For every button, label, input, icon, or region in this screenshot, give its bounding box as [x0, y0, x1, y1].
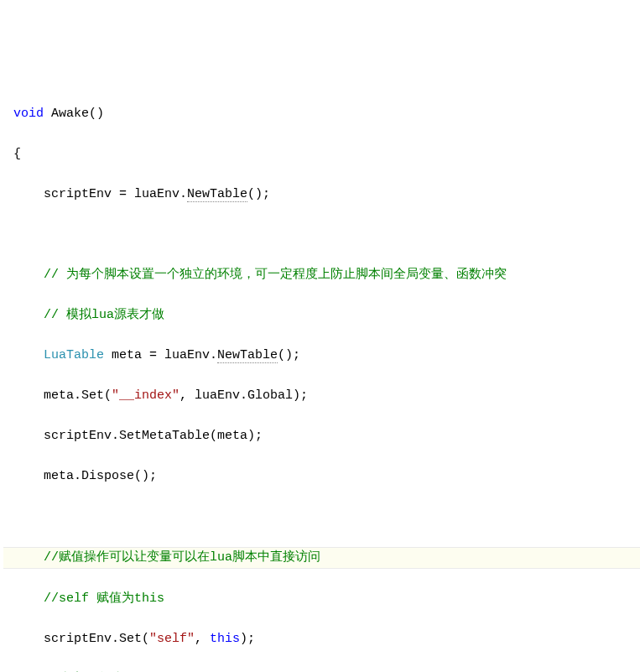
type-luatable: LuaTable — [44, 348, 104, 362]
code-line: scriptEnv.Set("self", this); — [3, 629, 640, 649]
code-text: meta.Set( — [13, 388, 112, 403]
comment-line: //self 赋值为this — [3, 589, 640, 609]
code-line: scriptEnv = luaEnv.NewTable(); — [3, 185, 640, 205]
comment-line-highlighted: //赋值操作可以让变量可以在lua脚本中直接访问 — [3, 547, 640, 569]
code-text: meta = luaEnv. — [104, 348, 217, 362]
code-text: scriptEnv.Set( — [13, 632, 149, 646]
comment-line: // 模拟lua源表才做 — [3, 305, 640, 326]
code-block: void Awake() { scriptEnv = luaEnv.NewTab… — [0, 81, 640, 672]
code-text: (); — [247, 187, 270, 201]
code-text: (); — [278, 348, 300, 362]
code-line: LuaTable meta = luaEnv.NewTable(); — [3, 346, 640, 366]
code-line: scriptEnv.SetMetaTable(meta); — [3, 426, 640, 446]
fn-name: Awake() — [44, 107, 104, 121]
code-text: ); — [240, 632, 255, 646]
call-newtable: NewTable — [187, 187, 247, 202]
code-line: meta.Set("__index", luaEnv.Global); — [3, 386, 640, 406]
code-line: void Awake() — [3, 104, 640, 124]
code-line: { — [3, 144, 640, 164]
call-newtable: NewTable — [217, 348, 278, 363]
code-text: , — [195, 632, 210, 646]
code-line: meta.Dispose(); — [3, 466, 640, 487]
code-text: , luaEnv.Global); — [180, 388, 308, 403]
string-literal: "self" — [149, 632, 195, 646]
string-literal: "__index" — [112, 388, 180, 403]
blank-line — [3, 507, 640, 527]
comment-line: // 为每个脚本设置一个独立的环境，可一定程度上防止脚本间全局变量、函数冲突 — [3, 265, 640, 285]
code-text: scriptEnv = luaEnv. — [13, 187, 187, 201]
blank-line — [3, 225, 640, 245]
keyword-void: void — [13, 107, 44, 121]
keyword-this: this — [210, 632, 240, 646]
